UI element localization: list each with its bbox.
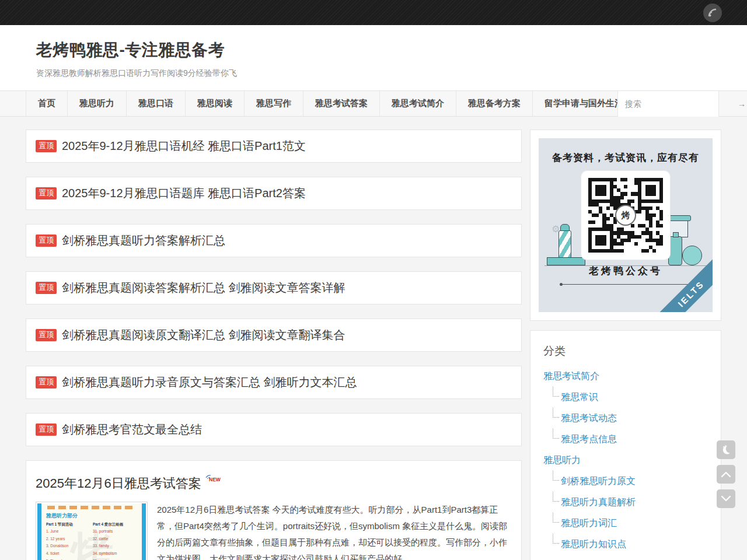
site-title[interactable]: 老烤鸭雅思-专注雅思备考 xyxy=(36,39,747,61)
post-thumbnail[interactable]: 雅思听力部分 Part 1 节目活动 1. June 2. 12 years 3… xyxy=(36,502,148,560)
new-badge-icon: NEW xyxy=(205,471,222,486)
post-title-link[interactable]: 剑桥雅思真题听力答案解析汇总 xyxy=(62,233,225,249)
nav-item-exam-intro[interactable]: 雅思考试简介 xyxy=(380,91,456,116)
thumbnail-columns: Part 1 节目活动 1. June 2. 12 years 3. Donal… xyxy=(41,521,142,560)
post-title-link[interactable]: 2025年9-12月雅思口语机经 雅思口语Part1范文 xyxy=(62,138,306,154)
pinned-badge: 置顶 xyxy=(36,282,57,293)
post-title-link[interactable]: 剑桥雅思真题阅读原文翻译汇总 剑雅阅读文章翻译集合 xyxy=(62,327,345,343)
pinned-post-card[interactable]: 置顶 剑桥雅思真题听力答案解析汇总 xyxy=(26,224,522,257)
pinned-badge: 置顶 xyxy=(36,187,57,199)
nav-item-home[interactable]: 首页 xyxy=(26,91,68,116)
page-root: 老烤鸭雅思-专注雅思备考 资深雅思教师解析雅思口语听力写作阅读9分经验带你飞 首… xyxy=(0,0,747,560)
main-nav: 首页 雅思听力 雅思口语 雅思阅读 雅思写作 雅思考试答案 雅思考试简介 雅思备… xyxy=(0,90,747,117)
post-title-link[interactable]: 2025年12月6日雅思考试答案 xyxy=(36,476,201,491)
category-link-listening[interactable]: 雅思听力 xyxy=(543,454,708,467)
search-submit-button[interactable]: → xyxy=(738,99,747,108)
site-header: 老烤鸭雅思-专注雅思备考 资深雅思教师解析雅思口语听力写作阅读9分经验带你飞 xyxy=(0,25,747,90)
answer-item: 3. Donaldson xyxy=(46,542,93,550)
scroll-up-button[interactable] xyxy=(717,465,735,484)
answer-item: 34. symbolism xyxy=(93,550,139,558)
content-area: 置顶 2025年9-12月雅思口语机经 雅思口语Part1范文 置顶 2025年… xyxy=(0,117,747,560)
qr-code: 烤 xyxy=(581,171,670,260)
answer-item: 33. family xyxy=(93,542,139,550)
category-link-basics[interactable]: 雅思常识 xyxy=(552,391,708,404)
floating-toolbar xyxy=(717,440,735,508)
night-mode-button[interactable] xyxy=(717,440,735,459)
category-link-listening-transcripts[interactable]: 剑桥雅思听力原文 xyxy=(552,475,708,488)
pinned-badge: 置顶 xyxy=(36,329,57,341)
nav-item-listening[interactable]: 雅思听力 xyxy=(68,91,127,116)
site-tagline: 资深雅思教师解析雅思口语听力写作阅读9分经验带你飞 xyxy=(36,68,747,79)
thumbnail-answer-sheet: 雅思听力部分 Part 1 节目活动 1. June 2. 12 years 3… xyxy=(37,503,146,560)
category-link-exam-intro[interactable]: 雅思考试简介 xyxy=(543,370,708,383)
pinned-post-card[interactable]: 置顶 剑桥雅思真题听力录音原文与答案汇总 剑雅听力文本汇总 xyxy=(26,366,522,399)
post-title-link[interactable]: 剑桥雅思考官范文最全总结 xyxy=(62,422,202,438)
pinned-badge: 置顶 xyxy=(36,424,57,435)
category-link-listening-vocab[interactable]: 雅思听力词汇 xyxy=(552,517,708,530)
wechat-qr-image[interactable]: 备考资料，考试资讯，应有尽有 ⚙ ⚙ 烤 老烤鸭公众号 IELTS xyxy=(539,138,713,312)
qr-widget: 备考资料，考试资讯，应有尽有 ⚙ ⚙ 烤 老烤鸭公众号 IELTS xyxy=(530,130,721,321)
scroll-down-button[interactable] xyxy=(717,489,735,508)
thumbnail-col1-header: Part 1 节目活动 xyxy=(46,522,93,527)
category-link-listening-points[interactable]: 雅思听力知识点 xyxy=(552,538,708,551)
qr-center-logo: 烤 xyxy=(615,205,636,226)
thumbnail-title: 雅思听力部分 xyxy=(46,512,142,520)
post-body: 雅思听力部分 Part 1 节目活动 1. June 2. 12 years 3… xyxy=(36,502,512,560)
chevron-down-icon xyxy=(720,495,732,503)
pinned-post-card[interactable]: 置顶 2025年9-12月雅思口语题库 雅思口语Part2答案 xyxy=(26,177,522,210)
pinned-badge: 置顶 xyxy=(36,376,57,388)
thumbnail-col2-header: Part 4 爱尔兰绘画 xyxy=(93,522,139,527)
nav-item-prep-plan[interactable]: 雅思备考方案 xyxy=(456,91,533,116)
post-excerpt: 2025年12月6日雅思考试答案 今天的考试难度有些大。听力部分，从Part1到… xyxy=(157,502,512,560)
category-link-listening-analysis[interactable]: 雅思听力真题解析 xyxy=(552,496,708,509)
thumbnail-col-2: Part 4 爱尔兰绘画 31. portraits 32. cattle 33… xyxy=(93,521,139,560)
qr-account-name: 老烤鸭公众号 xyxy=(539,264,713,278)
thumbnail-deco-strip xyxy=(47,506,136,509)
answer-item: 4. ticket xyxy=(46,550,93,558)
post-title-link[interactable]: 2025年9-12月雅思口语题库 雅思口语Part2答案 xyxy=(62,186,306,201)
qr-divider-line xyxy=(561,284,690,285)
bottle-illustration xyxy=(668,236,682,265)
answer-item: 32. cattle xyxy=(93,536,139,543)
post-list: 置顶 2025年9-12月雅思口语机经 雅思口语Part1范文 置顶 2025年… xyxy=(26,130,522,560)
flask-illustration xyxy=(682,246,702,265)
pinned-badge: 置顶 xyxy=(36,235,57,246)
pinned-post-card[interactable]: 置顶 剑桥雅思真题阅读原文翻译汇总 剑雅阅读文章翻译集合 xyxy=(26,318,522,352)
post-title-link[interactable]: 剑桥雅思真题听力录音原文与答案汇总 剑雅听力文本汇总 xyxy=(62,374,357,390)
top-bar xyxy=(0,0,747,25)
post-heading: 2025年12月6日雅思考试答案 NEW xyxy=(36,471,512,492)
rss-dot xyxy=(709,15,711,17)
categories-widget: 分类 雅思考试简介 雅思常识 雅思考试动态 雅思考点信息 雅思听力 剑桥雅思听力… xyxy=(530,330,721,560)
answer-item: 1. June xyxy=(46,528,93,536)
nav-item-exam-answers[interactable]: 雅思考试答案 xyxy=(303,91,380,116)
rss-icon xyxy=(707,8,718,18)
category-link-exam-news[interactable]: 雅思考试动态 xyxy=(552,412,708,425)
pinned-post-card[interactable]: 置顶 2025年9-12月雅思口语机经 雅思口语Part1范文 xyxy=(26,130,522,163)
categories-title: 分类 xyxy=(543,344,708,359)
search-input[interactable] xyxy=(618,99,738,108)
pinned-post-card[interactable]: 置顶 剑桥雅思真题阅读答案解析汇总 剑雅阅读文章答案详解 xyxy=(26,271,522,304)
pinned-post-card[interactable]: 置顶 剑桥雅思考官范文最全总结 xyxy=(26,413,522,446)
answer-item: 35. poets xyxy=(93,558,139,560)
svg-text:NEW: NEW xyxy=(209,477,221,482)
chevron-up-icon xyxy=(720,470,732,478)
sidebar: 备考资料，考试资讯，应有尽有 ⚙ ⚙ 烤 老烤鸭公众号 IELTS xyxy=(530,130,721,560)
nav-item-writing[interactable]: 雅思写作 xyxy=(245,91,303,116)
answer-item: 2. 12 years xyxy=(46,536,93,543)
pinned-badge: 置顶 xyxy=(36,140,57,152)
nav-item-reading[interactable]: 雅思阅读 xyxy=(186,91,245,116)
answer-item: 31. portraits xyxy=(93,528,139,536)
thumbnail-col-1: Part 1 节目活动 1. June 2. 12 years 3. Donal… xyxy=(46,521,93,560)
latest-post-card: 2025年12月6日雅思考试答案 NEW 雅思听力部分 Pa xyxy=(26,460,522,560)
search-box: → xyxy=(617,91,719,117)
moon-stars-icon xyxy=(720,444,732,456)
nav-item-speaking[interactable]: 雅思口语 xyxy=(127,91,186,116)
post-title-link[interactable]: 剑桥雅思真题阅读答案解析汇总 剑雅阅读文章答案详解 xyxy=(62,280,345,296)
answer-item: 5. Thursday xyxy=(46,558,93,560)
category-link-test-center-info[interactable]: 雅思考点信息 xyxy=(552,433,708,446)
qr-top-slogan: 备考资料，考试资讯，应有尽有 xyxy=(539,151,713,164)
lighthouse-illustration xyxy=(558,230,571,261)
rss-button[interactable] xyxy=(703,4,722,22)
